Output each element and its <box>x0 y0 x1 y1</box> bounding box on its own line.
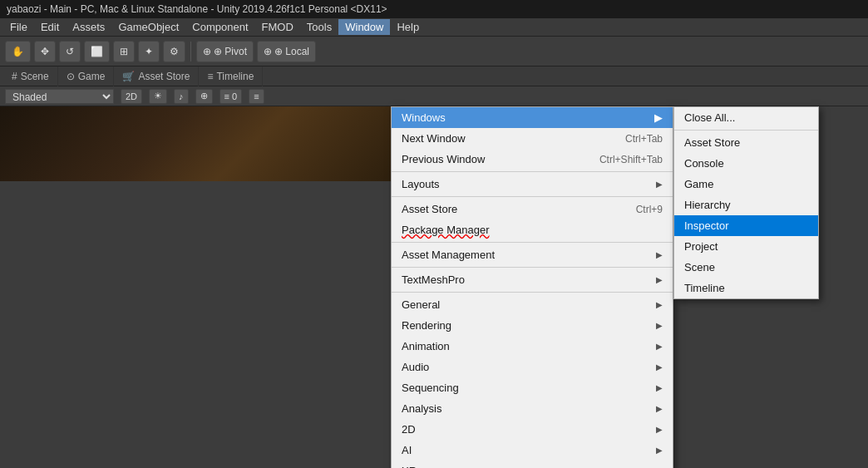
menu-help[interactable]: Help <box>390 19 426 35</box>
asset-store-shortcut: Ctrl+9 <box>636 204 663 215</box>
textmeshpro-label: TextMeshPro <box>402 273 465 286</box>
game-item[interactable]: Game <box>674 174 818 195</box>
tab-game[interactable]: ⊙ Game <box>58 67 115 86</box>
close-all-item[interactable]: Close All... <box>674 107 818 128</box>
title-text: yabaozi - Main - PC, Mac & Linux Standal… <box>7 3 387 15</box>
shading-bar: Shaded Wireframe Shaded Wireframe 2D ☀ ♪… <box>0 86 868 106</box>
tab-scene[interactable]: # Scene <box>3 67 58 86</box>
scene-sub-label: Scene <box>684 261 715 273</box>
next-window-label: Next Window <box>402 132 466 145</box>
pivot-button[interactable]: ⊕ ⊕ Pivot <box>196 41 254 62</box>
2d-label: 2D <box>402 423 416 436</box>
tab-asset-store[interactable]: 🛒 Asset Store <box>114 67 199 86</box>
general-arrow: ▶ <box>656 300 663 309</box>
asset-management-label: Asset Management <box>402 249 495 261</box>
shading-select[interactable]: Shaded Wireframe Shaded Wireframe <box>5 89 114 104</box>
next-window-item[interactable]: Next Window Ctrl+Tab <box>392 128 673 149</box>
lighting-toggle[interactable]: ☀ <box>149 89 167 104</box>
menu-component[interactable]: Component <box>185 19 254 35</box>
rotate-tool-button[interactable]: ↺ <box>59 41 81 62</box>
general-item[interactable]: General ▶ <box>392 294 673 315</box>
menu-bar: File Edit Assets GameObject Component FM… <box>0 18 868 37</box>
xr-item[interactable]: XR ▶ <box>392 461 673 468</box>
inspector-item[interactable]: Inspector <box>674 215 818 236</box>
move-tool-button[interactable]: ✥ <box>34 41 56 62</box>
sequencing-label: Sequencing <box>402 382 459 394</box>
rect-tool-button[interactable]: ⊞ <box>113 41 135 62</box>
project-label: Project <box>684 240 718 253</box>
general-label: General <box>402 298 440 311</box>
package-manager-item[interactable]: Package Manager <box>392 219 673 240</box>
textmeshpro-item[interactable]: TextMeshPro ▶ <box>392 269 673 290</box>
submenu-dropdown: Close All... Asset Store Console Game Hi… <box>673 106 819 299</box>
menu-edit[interactable]: Edit <box>34 19 66 35</box>
analysis-item[interactable]: Analysis ▶ <box>392 398 673 419</box>
console-item[interactable]: Console <box>674 153 818 174</box>
prev-window-item[interactable]: Previous Window Ctrl+Shift+Tab <box>392 149 673 170</box>
scene-image <box>0 106 407 181</box>
inspector-label: Inspector <box>684 219 728 232</box>
local-button[interactable]: ⊕ ⊕ Local <box>257 41 316 62</box>
scene-sub-item[interactable]: Scene <box>674 257 818 278</box>
timeline-sub-item[interactable]: Timeline <box>674 278 818 298</box>
timeline-icon: ≡ <box>207 71 213 82</box>
animation-label: Animation <box>402 340 450 352</box>
menu-assets[interactable]: Assets <box>66 19 111 35</box>
hand-tool-button[interactable]: ✋ <box>5 41 31 62</box>
menu-file[interactable]: File <box>3 19 34 35</box>
tab-scene-label: Scene <box>21 71 49 82</box>
window-menu-dropdown: Windows ▶ Next Window Ctrl+Tab Previous … <box>391 106 673 468</box>
ai-arrow: ▶ <box>656 446 663 455</box>
tab-timeline-label: Timeline <box>216 71 254 82</box>
title-bar: yabaozi - Main - PC, Mac & Linux Standal… <box>0 0 868 18</box>
scale-tool-button[interactable]: ⬜ <box>84 41 110 62</box>
windows-header[interactable]: Windows ▶ <box>392 107 673 128</box>
layouts-label: Layouts <box>402 178 440 190</box>
scene-icon: # <box>12 71 17 82</box>
sequencing-item[interactable]: Sequencing ▶ <box>392 377 673 398</box>
separator-3 <box>392 242 673 243</box>
2d-arrow: ▶ <box>656 425 663 434</box>
rendering-item[interactable]: Rendering ▶ <box>392 315 673 336</box>
rendering-arrow: ▶ <box>656 321 663 330</box>
animation-item[interactable]: Animation ▶ <box>392 336 673 357</box>
aspect-toggle[interactable]: ≡ <box>249 89 264 104</box>
analysis-arrow: ▶ <box>656 404 663 413</box>
menu-gameobject[interactable]: GameObject <box>111 19 185 35</box>
xr-label: XR <box>402 465 417 468</box>
menu-window[interactable]: Window <box>338 19 390 35</box>
audio-toggle[interactable]: ♪ <box>174 89 189 104</box>
project-item[interactable]: Project <box>674 236 818 257</box>
asset-management-item[interactable]: Asset Management ▶ <box>392 244 673 265</box>
menu-fmod[interactable]: FMOD <box>255 19 300 35</box>
separator-4 <box>392 267 673 268</box>
separator-5 <box>392 292 673 293</box>
game-label: Game <box>684 178 713 190</box>
scene-thumbnail <box>0 106 407 181</box>
animation-arrow: ▶ <box>656 342 663 351</box>
prev-window-label: Previous Window <box>402 153 485 165</box>
separator-2 <box>392 196 673 197</box>
tab-timeline[interactable]: ≡ Timeline <box>199 67 263 86</box>
layouts-item[interactable]: Layouts ▶ <box>392 174 673 195</box>
ai-item[interactable]: AI ▶ <box>392 440 673 461</box>
textmeshpro-arrow: ▶ <box>656 275 663 284</box>
gizmos-toggle[interactable]: ≡ 0 <box>219 89 243 104</box>
fx-toggle[interactable]: ⊕ <box>195 89 213 104</box>
custom-tool-button[interactable]: ⚙ <box>163 41 185 62</box>
layouts-arrow: ▶ <box>656 180 663 189</box>
package-manager-label: Package Manager <box>402 224 490 236</box>
analysis-label: Analysis <box>402 402 441 415</box>
sub-asset-store-item[interactable]: Asset Store <box>674 132 818 153</box>
hierarchy-item[interactable]: Hierarchy <box>674 195 818 215</box>
sub-separator-1 <box>674 130 818 131</box>
2d-toggle[interactable]: 2D <box>121 89 142 104</box>
asset-store-item[interactable]: Asset Store Ctrl+9 <box>392 199 673 219</box>
transform-tool-button[interactable]: ✦ <box>138 41 160 62</box>
tab-asset-store-label: Asset Store <box>138 71 190 82</box>
audio-item[interactable]: Audio ▶ <box>392 357 673 377</box>
close-all-label: Close All... <box>684 111 735 124</box>
2d-item[interactable]: 2D ▶ <box>392 419 673 440</box>
separator-1 <box>392 171 673 172</box>
menu-tools[interactable]: Tools <box>300 19 338 35</box>
